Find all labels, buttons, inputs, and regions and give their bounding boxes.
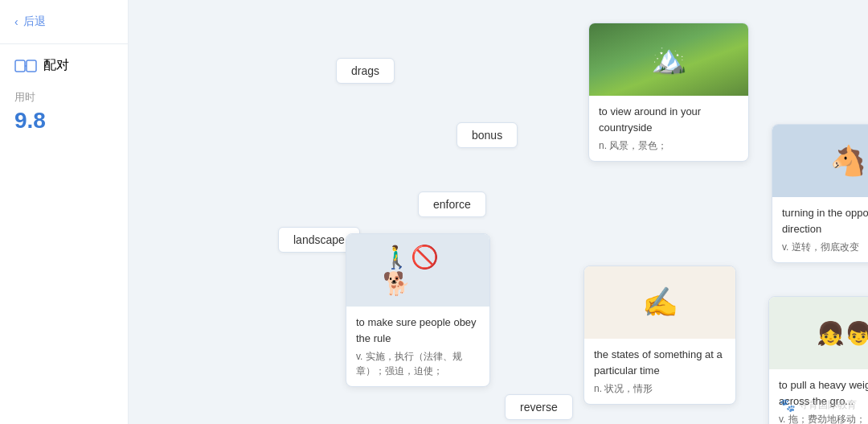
svg-rect-1 bbox=[27, 60, 36, 72]
card-image-sign bbox=[346, 234, 489, 307]
card-body: to pull a heavy weight across the gro...… bbox=[769, 369, 868, 424]
card-zh-text: v. 拖；费劲地移动； bbox=[779, 412, 868, 424]
card-image-children bbox=[769, 297, 868, 369]
card-body: to view around in your countryside n. 风景… bbox=[589, 96, 748, 161]
match-section: 配对 bbox=[14, 57, 113, 74]
back-button[interactable]: ‹ 后退 bbox=[0, 14, 128, 43]
watermark: 🐾 寻育国际教育 bbox=[780, 397, 857, 413]
card-body: the states of something at a particular … bbox=[584, 339, 735, 404]
time-label: 用时 bbox=[14, 90, 113, 105]
word-tag-drags[interactable]: drags bbox=[336, 58, 395, 84]
card-zh-text: n. 状况，情形 bbox=[594, 381, 726, 396]
def-card-status[interactable]: the states of something at a particular … bbox=[583, 266, 736, 405]
back-arrow-icon: ‹ bbox=[14, 15, 18, 28]
back-label: 后退 bbox=[23, 14, 46, 29]
card-zh-text: v. 实施，执行（法律、规章）；强迫，迫使； bbox=[356, 349, 480, 378]
sidebar-content: 配对 用时 9.8 bbox=[0, 57, 128, 134]
card-body: to make sure people obey the rule v. 实施，… bbox=[346, 307, 489, 386]
word-tag-bonus[interactable]: bonus bbox=[457, 122, 518, 148]
def-card-reverse[interactable]: turning in the opposite direction v. 逆转，… bbox=[772, 124, 868, 263]
card-body: turning in the opposite direction v. 逆转，… bbox=[772, 197, 868, 262]
card-image-terrace bbox=[589, 23, 748, 96]
svg-rect-0 bbox=[15, 60, 25, 72]
match-icon bbox=[14, 58, 37, 74]
card-en-text: to make sure people obey the rule bbox=[356, 315, 480, 346]
watermark-text: 寻育国际教育 bbox=[799, 398, 857, 412]
time-value: 9.8 bbox=[14, 108, 113, 134]
match-label: 配对 bbox=[43, 57, 69, 74]
card-image-writing bbox=[584, 266, 735, 339]
card-en-text: to view around in your countryside bbox=[599, 104, 739, 135]
def-card-enforce[interactable]: to make sure people obey the rule v. 实施，… bbox=[346, 233, 490, 387]
sidebar-divider bbox=[0, 43, 128, 44]
word-tag-enforce[interactable]: enforce bbox=[418, 191, 486, 217]
main-canvas: drags bonus enforce landscape reverse to… bbox=[129, 0, 868, 424]
card-en-text: the states of something at a particular … bbox=[594, 347, 726, 378]
card-zh-text: n. 风景，景色； bbox=[599, 138, 739, 153]
card-image-horse bbox=[772, 125, 868, 197]
word-tag-reverse[interactable]: reverse bbox=[505, 394, 573, 420]
def-card-landscape[interactable]: to view around in your countryside n. 风景… bbox=[588, 23, 749, 162]
card-en-text: turning in the opposite direction bbox=[782, 205, 868, 237]
sidebar: ‹ 后退 配对 用时 9.8 bbox=[0, 0, 129, 424]
card-zh-text: v. 逆转，彻底改变 bbox=[782, 240, 868, 254]
